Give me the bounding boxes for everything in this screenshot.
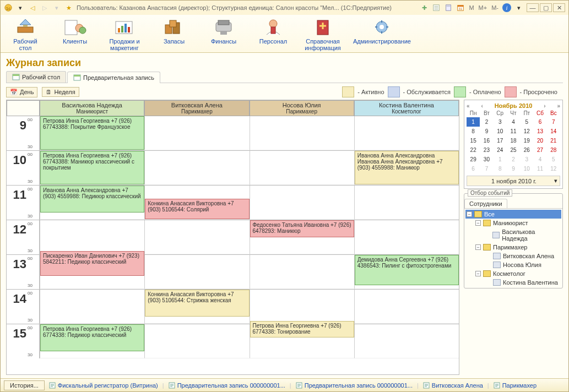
cal-day[interactable]: 2: [480, 117, 493, 127]
ribbon-desktop[interactable]: Рабочийстол: [6, 17, 45, 51]
ribbon-reference[interactable]: Справочнаяинформация: [304, 17, 342, 51]
cal-day[interactable]: 20: [533, 136, 546, 145]
appointment[interactable]: Демидова Анна Сергеевна +7 (926) 4386543…: [355, 255, 459, 285]
minimize-button[interactable]: —: [527, 3, 539, 12]
slot[interactable]: [354, 116, 459, 150]
slot[interactable]: [250, 255, 354, 289]
cal-day[interactable]: 11: [507, 127, 520, 136]
close-button[interactable]: ✕: [553, 3, 565, 12]
nav-dropdown-icon[interactable]: ▾: [52, 3, 61, 12]
calendar-icon[interactable]: 31: [456, 3, 465, 12]
tree-row[interactable]: −Парикмахер: [465, 243, 561, 252]
appointment[interactable]: Конкина Анасасия Викторовна +7 (903) 510…: [145, 290, 249, 317]
cal-next-month[interactable]: ›: [544, 103, 545, 109]
cal-day[interactable]: 10: [520, 164, 533, 173]
slot[interactable]: [250, 116, 354, 150]
info-icon[interactable]: i: [502, 3, 511, 12]
appointment[interactable]: Пискаренко Иван Данилович +7 (923) 58422…: [40, 251, 144, 276]
cal-day[interactable]: 18: [507, 136, 520, 145]
cal-day[interactable]: 10: [494, 127, 507, 136]
cal-next-year[interactable]: »: [557, 103, 560, 109]
slot[interactable]: [250, 290, 354, 324]
cal-day[interactable]: 30: [480, 155, 493, 164]
tree-row[interactable]: Костина Валентина: [465, 278, 561, 287]
cal-day[interactable]: 7: [547, 117, 560, 127]
slot[interactable]: [354, 220, 459, 254]
cal-day[interactable]: 25: [507, 145, 520, 155]
tab-desktop[interactable]: Рабочий стол: [6, 71, 66, 83]
cal-prev-month[interactable]: ‹: [481, 103, 483, 109]
slot[interactable]: [40, 220, 144, 254]
cal-day[interactable]: 23: [480, 145, 493, 155]
cal-day[interactable]: 27: [533, 145, 546, 155]
m-plus-button[interactable]: M+: [478, 4, 488, 11]
cal-day[interactable]: 6: [533, 117, 546, 127]
cal-day[interactable]: 12: [547, 164, 560, 173]
ribbon-personnel[interactable]: Персонал: [254, 17, 292, 51]
expand-icon[interactable]: −: [475, 244, 481, 250]
cal-day[interactable]: 2: [507, 155, 520, 164]
column-header[interactable]: Витковская АленаПарикмахер: [144, 100, 249, 116]
cal-day[interactable]: 17: [494, 136, 507, 145]
slot[interactable]: Конкина Анасасия Викторовна +7 (903) 510…: [144, 186, 249, 220]
cal-day[interactable]: 4: [533, 155, 546, 164]
tree-row[interactable]: −Маникюрист: [465, 219, 561, 227]
nav-back-icon[interactable]: ◁: [28, 3, 37, 12]
ribbon-sales[interactable]: Продажи имаркетинг: [105, 17, 144, 51]
cal-day[interactable]: 15: [467, 136, 480, 145]
expand-icon[interactable]: −: [467, 211, 472, 217]
slot[interactable]: [144, 220, 249, 254]
appointment[interactable]: Иванова Анна Александровна Иванова Анна …: [355, 151, 459, 184]
slot[interactable]: [354, 324, 459, 358]
appointment[interactable]: Конкина Анасасия Викторовна +7 (903) 510…: [145, 199, 249, 219]
slot[interactable]: Петрова Инна Георгиевна +7 (926) 6774338…: [40, 151, 144, 185]
cal-day[interactable]: 3: [494, 117, 507, 127]
star-icon[interactable]: ★: [64, 3, 73, 12]
slot[interactable]: [40, 290, 144, 324]
slot[interactable]: Федосенко Татьяна Ивановна +7 (926) 6478…: [250, 220, 354, 254]
cal-day[interactable]: 6: [467, 164, 480, 173]
m-button[interactable]: M: [468, 4, 474, 11]
slot[interactable]: Петрова Инна Георгиевна +7 (926) 6774338…: [40, 116, 144, 150]
cal-day[interactable]: 4: [507, 117, 520, 127]
appointment[interactable]: Федосенко Татьяна Ивановна +7 (926) 6478…: [250, 220, 354, 237]
slot[interactable]: Демидова Анна Сергеевна +7 (926) 4386543…: [354, 255, 459, 289]
info-dropdown-icon[interactable]: ▾: [514, 3, 523, 12]
appointment[interactable]: Петрова Инна Георгиевна +7 (926) 6774338…: [40, 151, 144, 184]
slot[interactable]: Иванова Анна Александровна +7 (903) 4559…: [40, 186, 144, 220]
dropdown-icon[interactable]: ▾: [16, 3, 25, 12]
slot[interactable]: [354, 186, 459, 220]
tree-row[interactable]: −Все: [465, 210, 561, 219]
cal-day[interactable]: 5: [520, 117, 533, 127]
appointment[interactable]: Петрова Инна Георгиевна +7 (926) 6774338…: [250, 321, 354, 338]
cal-prev-year[interactable]: «: [467, 103, 470, 109]
view-day-button[interactable]: 📅 День: [6, 87, 37, 97]
statusbar-item[interactable]: Предварительная запись 000000001...: [296, 382, 413, 389]
cal-day[interactable]: 3: [520, 155, 533, 164]
slot[interactable]: [250, 186, 354, 220]
statusbar-item[interactable]: Парикмахер: [494, 382, 537, 389]
cal-day[interactable]: 28: [547, 145, 560, 155]
cal-day[interactable]: 11: [533, 164, 546, 173]
ribbon-stock[interactable]: Запасы: [155, 17, 193, 51]
cal-day[interactable]: 12: [520, 127, 533, 136]
slot[interactable]: Иванова Анна Александровна Иванова Анна …: [354, 151, 459, 185]
ribbon-clients[interactable]: Клиенты: [56, 17, 94, 51]
cal-day[interactable]: 29: [467, 155, 480, 164]
nav-forward-icon[interactable]: ▷: [40, 3, 49, 12]
cal-day[interactable]: 9: [507, 164, 520, 173]
slot[interactable]: [144, 324, 249, 358]
cal-day[interactable]: 1: [494, 155, 507, 164]
tree-row[interactable]: Носова Юлия: [465, 260, 561, 269]
slot[interactable]: Пискаренко Иван Данилович +7 (923) 58422…: [40, 255, 144, 289]
filter-tab-employees[interactable]: Сотрудники: [464, 199, 507, 208]
slot[interactable]: Конкина Анасасия Викторовна +7 (903) 510…: [144, 290, 249, 324]
schedule-grid[interactable]: Василькова НадеждаМаникюристВитковская А…: [6, 100, 459, 375]
tree-row[interactable]: −Косметолог: [465, 269, 561, 278]
cal-day[interactable]: 7: [480, 164, 493, 173]
fav-add-icon[interactable]: ✚: [420, 3, 429, 12]
cal-selected-date[interactable]: 1 ноября 2010 г. ▾: [467, 176, 560, 186]
cal-day[interactable]: 9: [480, 127, 493, 136]
statusbar-item[interactable]: Предварительная запись 000000001...: [169, 382, 285, 389]
ribbon-finance[interactable]: Финансы: [204, 17, 243, 51]
